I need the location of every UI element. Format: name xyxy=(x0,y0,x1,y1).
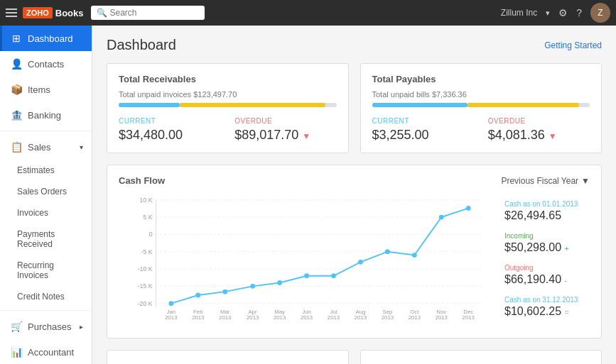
sidebar-item-invoices[interactable]: Invoices xyxy=(0,202,92,224)
sidebar-label-items: Items xyxy=(28,84,50,95)
outgoing-value: $66,190.40 - xyxy=(504,273,590,286)
svg-point-24 xyxy=(412,253,417,258)
cash-as-on-end: Cash as on 31.12.2013 $10,602.25 = xyxy=(504,296,590,318)
cash-flow-card: Cash Flow Previous Fiscal Year ▼ xyxy=(107,165,602,338)
receivables-current-value: $34,480.00 xyxy=(119,128,220,143)
settings-icon[interactable]: ⚙ xyxy=(558,7,568,18)
banking-icon: 🏦 xyxy=(11,109,22,121)
receivables-current: CURRENT $34,480.00 xyxy=(119,117,220,143)
sidebar-item-dashboard[interactable]: ⊞ Dashboard xyxy=(0,26,92,51)
svg-text:2013: 2013 xyxy=(436,314,448,321)
sidebar-item-estimates[interactable]: Estimates xyxy=(0,160,92,181)
svg-point-16 xyxy=(195,293,200,298)
sidebar-item-recurring-invoices[interactable]: Recurring Invoices xyxy=(0,255,92,286)
search-icon: 🔍 xyxy=(97,8,107,18)
svg-text:2013: 2013 xyxy=(247,314,259,321)
sidebar-item-accountant[interactable]: 📊 Accountant xyxy=(0,339,92,364)
search-input[interactable] xyxy=(110,8,202,18)
receivables-progress-bar xyxy=(119,103,337,107)
incoming-label: Incoming xyxy=(504,232,590,240)
sidebar-item-sales-orders[interactable]: Sales Orders xyxy=(0,181,92,202)
cash-end-label: Cash as on 31.12.2013 xyxy=(504,296,590,304)
sidebar-divider-2 xyxy=(0,310,92,311)
avatar[interactable]: Z xyxy=(590,3,610,23)
sidebar-item-sales[interactable]: 📋 Sales ▾ xyxy=(0,134,92,160)
svg-text:2013: 2013 xyxy=(382,314,394,321)
cash-flow-title: Cash Flow xyxy=(119,175,165,186)
sidebar-item-banking[interactable]: 🏦 Banking xyxy=(0,102,92,128)
payables-subtitle: Total unpaid bills $7,336.36 xyxy=(372,90,590,99)
payables-progress-yellow xyxy=(468,103,578,107)
svg-point-22 xyxy=(358,260,363,265)
sidebar: ⊞ Dashboard 👤 Contacts 📦 Items 🏦 Banking… xyxy=(0,26,92,364)
total-payables-card: Total Payables Total unpaid bills $7,336… xyxy=(360,63,603,153)
receivables-title: Total Receivables xyxy=(119,74,337,84)
svg-text:2013: 2013 xyxy=(192,314,204,321)
payables-overdue: OVERDUE $4,081.36 ▼ xyxy=(488,117,590,143)
sidebar-label-purchases: Purchases xyxy=(28,321,71,332)
org-name: Zillum Inc xyxy=(501,8,537,18)
page-header: Dashboard Getting Started xyxy=(107,37,602,53)
outgoing-indicator: - xyxy=(565,276,568,285)
receivables-overdue: OVERDUE $89,017.70 ▼ xyxy=(234,117,336,143)
sidebar-divider-1 xyxy=(0,131,92,131)
svg-point-18 xyxy=(250,284,255,289)
svg-text:2013: 2013 xyxy=(355,314,367,321)
svg-point-23 xyxy=(385,249,390,254)
getting-started-link[interactable]: Getting Started xyxy=(544,40,602,50)
receivables-overdue-value: $89,017.70 ▼ xyxy=(234,128,336,143)
svg-point-26 xyxy=(466,206,471,211)
payables-progress-blue xyxy=(372,103,468,107)
purchases-arrow-icon: ▸ xyxy=(80,323,83,331)
svg-text:0: 0 xyxy=(149,231,153,238)
chart-side-panel: Cash as on 01.01.2013 $26,494.65 Incomin… xyxy=(504,193,590,328)
svg-text:2013: 2013 xyxy=(463,314,475,321)
sales-icon: 📋 xyxy=(11,141,22,153)
svg-text:-15 K: -15 K xyxy=(138,282,153,289)
items-icon: 📦 xyxy=(11,84,22,95)
incoming-indicator: + xyxy=(565,244,569,253)
cash-incoming: Incoming $50,298.00 + xyxy=(504,232,590,254)
search-bar[interactable]: 🔍 xyxy=(91,6,205,20)
svg-point-20 xyxy=(304,273,309,278)
receivables-progress-blue xyxy=(119,103,180,107)
svg-text:10 K: 10 K xyxy=(140,197,153,204)
sidebar-item-payments-received[interactable]: Payments Received xyxy=(0,224,92,255)
help-icon[interactable]: ? xyxy=(576,7,582,18)
total-receivables-card: Total Receivables Total unpaid invoices … xyxy=(107,63,349,153)
cash-start-value: $26,494.65 xyxy=(504,209,590,222)
cash-start-label: Cash as on 01.01.2013 xyxy=(504,200,590,208)
sales-arrow-icon: ▾ xyxy=(80,143,83,151)
period-arrow-icon: ▼ xyxy=(581,176,590,186)
payables-current: CURRENT $3,255.00 xyxy=(372,117,474,143)
period-selector[interactable]: Previous Fiscal Year ▼ xyxy=(501,176,590,186)
sidebar-item-purchases[interactable]: 🛒 Purchases ▸ xyxy=(0,314,92,339)
payables-progress-bar xyxy=(372,103,590,107)
payables-overdue-indicator: ▼ xyxy=(549,131,557,141)
receivables-progress-yellow xyxy=(180,103,325,107)
sidebar-item-credit-notes[interactable]: Credit Notes xyxy=(0,286,92,307)
sidebar-item-items[interactable]: 📦 Items xyxy=(0,77,92,102)
svg-text:-10 K: -10 K xyxy=(138,265,153,272)
app-name: Books xyxy=(55,8,84,18)
svg-text:2013: 2013 xyxy=(409,314,421,321)
payables-current-value: $3,255.00 xyxy=(372,128,474,143)
org-dropdown-icon[interactable]: ▾ xyxy=(546,9,550,18)
svg-point-21 xyxy=(331,273,336,278)
cash-flow-header: Cash Flow Previous Fiscal Year ▼ xyxy=(119,175,590,186)
sidebar-label-banking: Banking xyxy=(28,110,61,121)
svg-text:5 K: 5 K xyxy=(143,214,152,221)
chart-area: 10 K 5 K 0 -5 K -10 K -15 K -20 K xyxy=(119,193,497,321)
cash-end-value: $10,602.25 = xyxy=(504,305,590,318)
line-chart-svg: 10 K 5 K 0 -5 K -10 K -15 K -20 K xyxy=(119,193,497,321)
incoming-value: $50,298.00 + xyxy=(504,241,590,254)
svg-text:2013: 2013 xyxy=(301,314,313,321)
receivables-subtitle: Total unpaid invoices $123,497.70 xyxy=(119,90,337,99)
sidebar-item-contacts[interactable]: 👤 Contacts xyxy=(0,51,92,77)
hamburger-icon[interactable] xyxy=(6,9,17,17)
payables-metrics: CURRENT $3,255.00 OVERDUE $4,081.36 ▼ xyxy=(372,117,590,143)
sales-submenu: Estimates Sales Orders Invoices Payments… xyxy=(0,160,92,307)
sidebar-label-contacts: Contacts xyxy=(28,59,64,70)
svg-point-25 xyxy=(439,215,444,220)
svg-text:2013: 2013 xyxy=(328,314,340,321)
